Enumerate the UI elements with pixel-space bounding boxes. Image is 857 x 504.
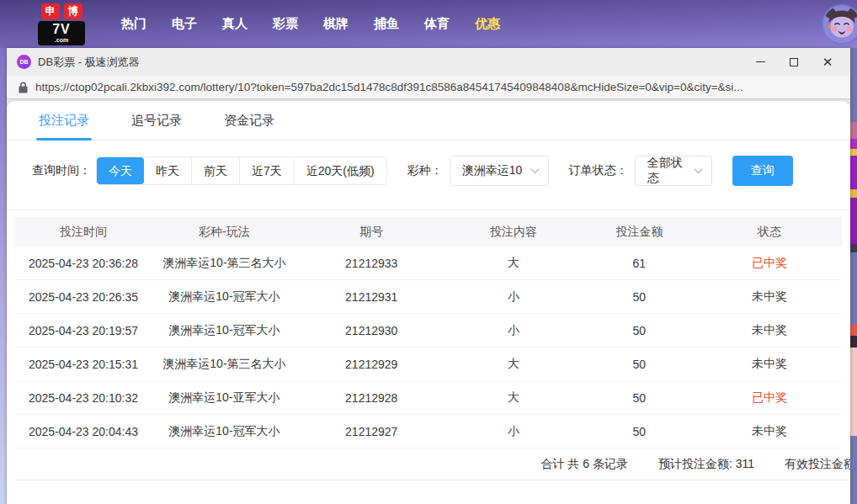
logo-7v-text: 7V xyxy=(52,23,71,36)
close-button[interactable]: ✕ xyxy=(822,56,833,68)
browser-address-bar[interactable]: https://ctop02pcali.2kbxi392.com/lottery… xyxy=(7,76,850,99)
table-row: 2025-04-23 20:26:35 澳洲幸运10-冠军大小 21212931… xyxy=(15,280,842,314)
summary-expected-amount: 预计投注金额: 311 xyxy=(658,457,754,472)
cell-issue-number: 21212931 xyxy=(297,290,446,304)
table-body: 2025-04-23 20:36:28 澳洲幸运10-第三名大小 2121293… xyxy=(15,247,842,448)
bet-records-table: 投注时间彩种-玩法期号投注内容投注金额状态 2025-04-23 20:36:2… xyxy=(15,217,842,448)
tab-资金记录[interactable]: 资金记录 xyxy=(224,101,274,140)
table-summary: 合计 共 6 条记录 预计投注金额: 311 有效投注金额 xyxy=(15,448,850,480)
summary-total-records: 合计 共 6 条记录 xyxy=(540,457,627,472)
time-filter-option[interactable]: 近20天(低频) xyxy=(294,157,386,184)
tab-label: 追号记录 xyxy=(131,113,182,129)
records-panel: 投注记录 追号记录 资金记录 查询时间： 今天昨天前天近7天近20天(低频) 彩… xyxy=(7,101,850,504)
table-row: 2025-04-23 20:15:31 澳洲幸运10-第三名大小 2121292… xyxy=(15,347,842,381)
cell-issue-number: 21212930 xyxy=(297,324,446,337)
minimize-button[interactable] xyxy=(754,56,766,68)
order-status-select-value: 全部状态 xyxy=(647,156,689,186)
cell-bet-time: 2025-04-23 20:19:57 xyxy=(15,324,152,337)
cell-issue-number: 21212928 xyxy=(297,391,446,405)
record-tabs: 投注记录 追号记录 资金记录 xyxy=(7,101,850,141)
lottery-select[interactable]: 澳洲幸运10 xyxy=(450,156,549,186)
cell-bet-content: 小 xyxy=(446,424,582,439)
cell-status: 未中奖 xyxy=(697,357,842,372)
cell-bet-time: 2025-04-23 20:04:43 xyxy=(15,425,152,438)
avatar-illustration xyxy=(823,6,857,43)
active-tab-underline xyxy=(36,138,92,141)
table-row: 2025-04-23 20:04:43 澳洲幸运10-冠军大小 21212927… xyxy=(15,415,842,448)
nav-item-彩票[interactable]: 彩票 xyxy=(273,16,298,32)
cell-bet-content: 小 xyxy=(446,323,582,338)
column-header: 期号 xyxy=(297,225,446,240)
cell-bet-time: 2025-04-23 20:26:35 xyxy=(15,290,152,304)
logo-badges: 申 博 xyxy=(41,3,83,19)
cell-bet-amount: 50 xyxy=(582,324,697,337)
column-header: 投注内容 xyxy=(446,225,582,240)
tab-投注记录[interactable]: 投注记录 xyxy=(39,101,89,140)
cell-status: 未中奖 xyxy=(697,424,842,439)
nav-item-真人[interactable]: 真人 xyxy=(222,16,248,32)
nav-item-捕鱼[interactable]: 捕鱼 xyxy=(374,16,399,32)
browser-title-bar[interactable]: DB DB彩票 - 极速浏览器 ✕ xyxy=(7,48,850,76)
nav-item-体育[interactable]: 体育 xyxy=(424,16,450,32)
browser-window: DB DB彩票 - 极速浏览器 ✕ https://ctop02pcali.2k… xyxy=(7,48,850,504)
browser-tab-favicon: DB xyxy=(17,55,31,69)
cell-status: 未中奖 xyxy=(697,323,842,338)
column-header: 状态 xyxy=(697,225,842,240)
cell-bet-amount: 50 xyxy=(582,425,697,438)
nav-item-优惠[interactable]: 优惠 xyxy=(475,16,500,32)
user-avatar[interactable] xyxy=(822,4,857,45)
cell-bet-amount: 61 xyxy=(582,257,697,270)
minimize-icon xyxy=(756,61,765,62)
time-filter-label: 查询时间： xyxy=(32,163,91,178)
cell-game-play: 澳洲幸运10-第三名大小 xyxy=(152,256,297,271)
background-page-left-sliver xyxy=(0,48,7,504)
maximize-icon xyxy=(790,58,798,66)
cell-game-play: 澳洲幸运10-第三名大小 xyxy=(152,357,297,372)
cell-game-play: 澳洲幸运10-冠军大小 xyxy=(152,323,297,338)
tab-追号记录[interactable]: 追号记录 xyxy=(131,101,182,140)
cell-status: 已中奖 xyxy=(697,256,842,271)
time-filter-option[interactable]: 昨天 xyxy=(144,157,191,184)
nav-item-电子[interactable]: 电子 xyxy=(172,16,197,32)
column-header: 投注金额 xyxy=(582,225,697,240)
main-nav: 热门电子真人彩票棋牌捕鱼体育优惠 xyxy=(109,16,513,32)
maximize-button[interactable] xyxy=(788,56,800,68)
cell-status: 未中奖 xyxy=(697,289,842,305)
table-header-row: 投注时间彩种-玩法期号投注内容投注金额状态 xyxy=(15,217,842,247)
url-text[interactable]: https://ctop02pcali.2kbxi392.com/lottery… xyxy=(35,81,743,93)
time-filter-option[interactable]: 近7天 xyxy=(239,157,294,184)
browser-window-title: DB彩票 - 极速浏览器 xyxy=(38,55,754,70)
cell-bet-time: 2025-04-23 20:10:32 xyxy=(15,391,152,405)
tab-label: 资金记录 xyxy=(224,113,274,129)
time-filter-option[interactable]: 今天 xyxy=(97,157,144,184)
lottery-filter-label: 彩种： xyxy=(407,163,443,178)
nav-item-热门[interactable]: 热门 xyxy=(121,16,146,32)
nav-item-棋牌[interactable]: 棋牌 xyxy=(323,16,349,32)
logo-com-text: .com xyxy=(55,37,68,43)
tab-label: 投注记录 xyxy=(39,113,89,129)
column-header: 投注时间 xyxy=(15,225,152,240)
column-header: 彩种-玩法 xyxy=(152,225,297,240)
lock-icon xyxy=(19,82,28,93)
logo-badge-bo: 博 xyxy=(64,3,83,19)
filter-bar: 查询时间： 今天昨天前天近7天近20天(低频) 彩种： 澳洲幸运10 订单状态：… xyxy=(32,156,850,186)
background-page-right-sliver xyxy=(850,48,857,504)
logo-7v-box: 7V .com xyxy=(38,21,85,45)
chevron-down-icon xyxy=(694,168,703,174)
cell-bet-content: 大 xyxy=(446,357,582,372)
time-filter-group: 今天昨天前天近7天近20天(低频) xyxy=(96,157,387,185)
page-content: 投注记录 追号记录 资金记录 查询时间： 今天昨天前天近7天近20天(低频) 彩… xyxy=(7,99,850,504)
cell-issue-number: 21212927 xyxy=(297,425,446,438)
site-logo[interactable]: 申 博 7V .com xyxy=(38,3,85,45)
search-button[interactable]: 查询 xyxy=(732,156,793,186)
cell-bet-content: 大 xyxy=(446,390,582,406)
cell-bet-amount: 50 xyxy=(582,358,697,371)
site-top-bar: 申 博 7V .com 热门电子真人彩票棋牌捕鱼体育优惠 xyxy=(0,0,857,48)
cell-status: 已中奖 xyxy=(697,390,842,406)
table-row: 2025-04-23 20:19:57 澳洲幸运10-冠军大小 21212930… xyxy=(15,314,842,347)
lottery-select-value: 澳洲幸运10 xyxy=(462,163,523,178)
order-status-select[interactable]: 全部状态 xyxy=(635,156,712,186)
time-filter-option[interactable]: 前天 xyxy=(191,157,239,184)
cell-issue-number: 21212929 xyxy=(297,358,446,371)
cell-issue-number: 21212933 xyxy=(297,257,446,270)
